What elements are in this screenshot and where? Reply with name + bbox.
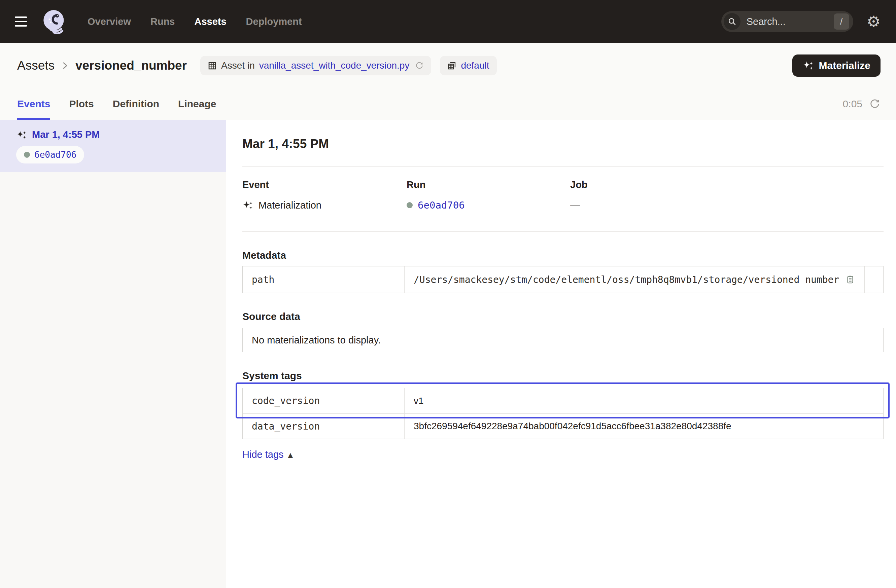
primary-nav: Overview Runs Assets Deployment bbox=[87, 16, 302, 27]
code-location-pill: default bbox=[440, 56, 497, 75]
nav-item-deployment[interactable]: Deployment bbox=[246, 16, 302, 27]
event-timestamp-link[interactable]: Mar 1, 4:55 PM bbox=[32, 129, 100, 140]
tab-lineage[interactable]: Lineage bbox=[178, 88, 216, 120]
metadata-key: path bbox=[243, 266, 405, 293]
chevron-right-icon bbox=[60, 61, 70, 71]
metadata-table: path /Users/smackesey/stm/code/elementl/… bbox=[242, 266, 884, 293]
tab-events[interactable]: Events bbox=[17, 88, 50, 120]
dagster-logo-icon[interactable] bbox=[41, 8, 67, 35]
asset-header: Assets versioned_number Asset in vanilla… bbox=[0, 43, 896, 88]
code-location-icon bbox=[447, 61, 456, 70]
code-location-link[interactable]: default bbox=[461, 60, 489, 71]
source-data-empty-message: No materializations to display. bbox=[242, 328, 884, 352]
metadata-heading: Metadata bbox=[242, 249, 884, 261]
event-detail-title: Mar 1, 4:55 PM bbox=[242, 137, 884, 151]
settings-gear-icon[interactable]: ⚙ bbox=[867, 14, 881, 29]
search-shortcut-key: / bbox=[834, 14, 849, 30]
job-column-label: Job bbox=[570, 179, 588, 190]
source-data-heading: Source data bbox=[242, 310, 884, 323]
event-summary: Event Materialization Run 6e0ad706 Job — bbox=[242, 179, 884, 212]
metadata-path-link[interactable]: /Users/smackesey/stm/code/elementl/oss/t… bbox=[414, 274, 839, 285]
materialization-sparkle-icon bbox=[16, 129, 27, 140]
materialization-sparkle-icon bbox=[242, 200, 253, 211]
refresh-countdown: 0:05 bbox=[843, 98, 862, 109]
tag-value-data-version: 3bfc269594ef649228e9a74bab00f042efc91d5a… bbox=[405, 413, 883, 439]
nav-item-assets[interactable]: Assets bbox=[194, 16, 226, 27]
asset-definition-pill: Asset in vanilla_asset_with_code_version… bbox=[200, 56, 431, 75]
breadcrumb-assets-link[interactable]: Assets bbox=[17, 59, 55, 73]
asset-tabs: Events Plots Definition Lineage 0:05 bbox=[0, 88, 896, 120]
sparkle-icon bbox=[802, 60, 814, 71]
run-badge[interactable]: 6e0ad706 bbox=[16, 146, 84, 164]
asset-file-link[interactable]: vanilla_asset_with_code_version.py bbox=[259, 60, 410, 71]
search-bar[interactable]: / bbox=[721, 11, 853, 32]
copy-icon[interactable] bbox=[845, 275, 855, 284]
run-status-dot bbox=[24, 152, 30, 158]
event-column-label: Event bbox=[242, 179, 407, 190]
run-status-dot bbox=[407, 202, 413, 208]
asset-grid-icon bbox=[208, 61, 217, 70]
asset-name-title: versioned_number bbox=[75, 59, 187, 73]
search-icon bbox=[724, 13, 741, 30]
materialize-button[interactable]: Materialize bbox=[792, 55, 881, 77]
event-list-item[interactable]: Mar 1, 4:55 PM 6e0ad706 bbox=[0, 120, 226, 172]
system-tags-table: code_version v1 data_version 3bfc269594e… bbox=[242, 388, 884, 439]
reload-definition-icon[interactable] bbox=[415, 61, 424, 70]
nav-item-runs[interactable]: Runs bbox=[151, 16, 175, 27]
event-detail-panel: Mar 1, 4:55 PM Event Materialization Run… bbox=[226, 120, 896, 588]
divider bbox=[242, 231, 884, 232]
materialize-button-label: Materialize bbox=[819, 60, 870, 71]
metadata-actions-cell bbox=[865, 266, 883, 293]
event-type-value: Materialization bbox=[259, 200, 322, 211]
tab-definition[interactable]: Definition bbox=[113, 88, 159, 120]
divider bbox=[242, 166, 884, 167]
hide-tags-link[interactable]: Hide tags ▲ bbox=[242, 449, 293, 460]
hide-tags-label: Hide tags bbox=[242, 449, 284, 460]
refresh-icon[interactable] bbox=[869, 98, 881, 109]
run-id: 6e0ad706 bbox=[34, 150, 76, 160]
tag-key-code-version: code_version bbox=[243, 388, 405, 413]
nav-item-overview[interactable]: Overview bbox=[87, 16, 131, 27]
asset-pill-prefix: Asset in bbox=[221, 60, 255, 71]
top-nav: Overview Runs Assets Deployment / ⚙ bbox=[0, 0, 896, 43]
job-empty-value: — bbox=[570, 200, 580, 211]
event-list-sidebar: Mar 1, 4:55 PM 6e0ad706 bbox=[0, 120, 226, 588]
system-tags-heading: System tags bbox=[242, 370, 884, 382]
menu-icon[interactable] bbox=[15, 12, 34, 31]
tag-value-code-version: v1 bbox=[405, 388, 883, 413]
search-input[interactable] bbox=[746, 16, 834, 27]
run-id-link[interactable]: 6e0ad706 bbox=[418, 199, 465, 211]
caret-up-icon: ▲ bbox=[288, 451, 293, 459]
run-column-label: Run bbox=[407, 179, 570, 190]
tag-key-data-version: data_version bbox=[243, 413, 405, 439]
tab-plots[interactable]: Plots bbox=[69, 88, 94, 120]
